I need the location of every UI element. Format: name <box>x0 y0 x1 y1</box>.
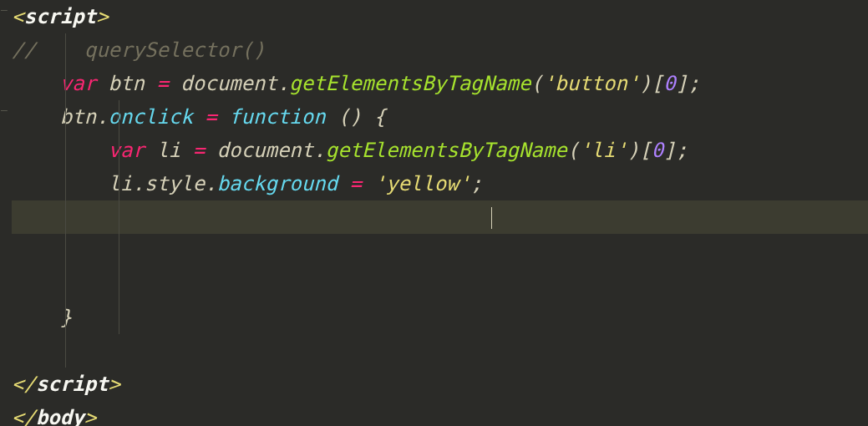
token-op: = <box>193 139 205 162</box>
code-line[interactable]: var btn = document.getElementsByTagName(… <box>12 67 868 100</box>
indent-guide <box>65 134 66 167</box>
token-punc <box>12 72 60 95</box>
token-punc: } <box>12 306 72 329</box>
code-line[interactable]: li.style.background = 'yellow'; <box>12 167 868 200</box>
token-sky: function <box>229 105 326 129</box>
token-punc <box>338 172 349 195</box>
indent-guide <box>119 267 119 301</box>
token-op: = <box>156 72 168 95</box>
token-punc: btn. <box>12 105 109 129</box>
token-punc <box>217 105 229 129</box>
token-tag: script <box>36 373 109 396</box>
token-punc: ; <box>470 172 482 195</box>
token-fn: getElementsByTagName <box>326 139 567 162</box>
token-punc: )[ <box>627 139 652 162</box>
indent-guide <box>65 267 66 301</box>
token-id: background <box>217 172 338 195</box>
token-ang: </ <box>12 373 36 396</box>
token-op: = <box>350 172 362 195</box>
token-punc: document. <box>169 72 290 95</box>
token-kw: var <box>109 139 145 162</box>
indent-guide <box>65 67 66 100</box>
token-ang: > <box>96 5 108 28</box>
code-area[interactable]: <script>// querySelector() var btn = doc… <box>12 0 868 426</box>
token-punc: li.style. <box>12 172 217 195</box>
token-str: 'yellow' <box>374 172 471 195</box>
code-line[interactable]: // querySelector() <box>12 33 868 67</box>
token-ang: > <box>84 406 96 426</box>
code-line[interactable]: </script> <box>12 368 868 401</box>
indent-guide <box>65 200 66 234</box>
code-line[interactable] <box>12 234 868 267</box>
token-punc: btn <box>96 72 156 95</box>
token-cmt: // querySelector() <box>12 38 265 62</box>
token-punc <box>193 105 205 129</box>
token-punc: ]; <box>676 72 700 95</box>
token-punc: () { <box>326 105 386 129</box>
token-ang: > <box>109 373 120 396</box>
token-num: 0 <box>663 72 675 95</box>
code-line[interactable]: } <box>12 301 868 334</box>
token-punc: ( <box>530 72 542 95</box>
code-line[interactable]: var li = document.getElementsByTagName('… <box>12 134 868 167</box>
token-tag: body <box>36 406 84 426</box>
token-punc: ]; <box>663 139 688 162</box>
token-punc: ( <box>567 139 579 162</box>
token-id: onclick <box>109 105 193 129</box>
indent-guide <box>119 234 119 267</box>
code-line[interactable] <box>12 200 868 234</box>
indent-guide <box>119 134 119 167</box>
indent-guide <box>65 100 66 134</box>
token-tag: script <box>23 5 96 28</box>
code-line[interactable]: btn.onclick = function () { <box>12 100 868 134</box>
token-op: = <box>205 105 216 129</box>
indent-guide <box>119 301 119 334</box>
code-line[interactable] <box>12 267 868 301</box>
indent-guide <box>65 167 66 200</box>
token-str: 'li' <box>579 139 627 162</box>
fold-marker[interactable]: – <box>0 104 11 116</box>
token-punc: )[ <box>639 72 663 95</box>
token-ang: < <box>12 5 23 28</box>
indent-guide <box>65 234 66 267</box>
token-punc <box>12 139 109 162</box>
token-ang: </ <box>12 406 36 426</box>
token-num: 0 <box>652 139 663 162</box>
indent-guide <box>119 100 119 134</box>
indent-guide <box>65 334 66 368</box>
token-punc <box>362 172 373 195</box>
token-str: 'button' <box>543 72 640 95</box>
fold-marker[interactable]: – <box>0 4 11 16</box>
code-line[interactable]: </body> <box>12 401 868 426</box>
token-fn: getElementsByTagName <box>289 72 530 95</box>
indent-guide <box>119 200 119 234</box>
indent-guide <box>119 167 119 200</box>
indent-guide <box>65 301 66 334</box>
code-line[interactable]: <script> <box>12 0 868 33</box>
text-caret <box>491 207 492 229</box>
token-punc: li <box>145 139 193 162</box>
code-line[interactable] <box>12 334 868 368</box>
fold-gutter: –– <box>0 0 12 426</box>
token-punc: document. <box>205 139 326 162</box>
indent-guide <box>65 33 66 67</box>
